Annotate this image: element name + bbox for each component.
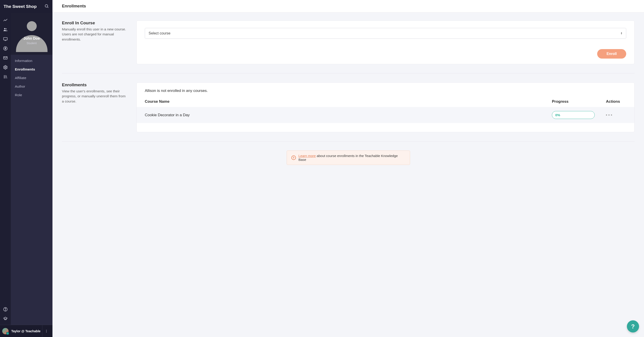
enrollments-desc: View the user's enrollments, see their p… [62, 89, 128, 104]
dots-icon [608, 114, 610, 116]
enrollments-list-section: Enrollments View the user's enrollments,… [62, 83, 634, 132]
dots-icon [611, 114, 612, 116]
svg-line-9 [6, 76, 7, 79]
main-header: Enrollments [52, 0, 644, 13]
select-arrows-icon: ▲▼ [620, 32, 622, 35]
app-title: The Sweet Shop [4, 4, 37, 9]
col-actions: Actions [606, 99, 626, 104]
nav-analytics-icon[interactable] [0, 15, 11, 25]
help-banner: ? Learn more about course enrollments in… [287, 150, 410, 165]
enrollments-heading: Enrollments [62, 83, 128, 87]
footer-avatar[interactable] [2, 328, 8, 334]
main-content: Enroll In Course Manually enroll this us… [52, 13, 644, 173]
svg-rect-2 [4, 38, 8, 40]
enroll-desc: Manually enroll this user in a new cours… [62, 27, 128, 42]
svg-point-11 [5, 310, 6, 310]
section-divider [62, 73, 634, 74]
sidebar-item-enrollments[interactable]: Enrollments [11, 65, 52, 74]
sidebar-item-information[interactable]: Information [11, 57, 52, 65]
sidebar-item-author[interactable]: Author [11, 82, 52, 91]
course-select[interactable]: Select course ▲▼ [145, 28, 626, 39]
table-row: Cookie Decorator in a Day 0% [137, 107, 634, 123]
svg-point-12 [45, 5, 48, 7]
dots-icon [606, 114, 607, 116]
empty-state-text: Allison is not enrolled in any courses. [137, 83, 634, 97]
teachable-badge-icon [6, 332, 9, 335]
sidebar-nav: Information Enrollments Affiliate Author… [11, 55, 52, 101]
table-header: Course Name Progress Actions [137, 97, 634, 107]
nav-site-icon[interactable] [0, 34, 11, 44]
nav-users-icon[interactable] [0, 25, 11, 34]
sidebar-item-affiliate[interactable]: Affiliate [11, 74, 52, 82]
floating-help-button[interactable]: ? [627, 320, 639, 332]
svg-point-15 [46, 331, 46, 331]
page-title: Enrollments [62, 4, 634, 9]
main-area: Enrollments Enroll In Course Manually en… [52, 0, 644, 337]
progress-value: 0% [555, 113, 560, 117]
svg-point-0 [4, 28, 6, 29]
help-learn-more-link[interactable]: Learn more [298, 154, 316, 158]
course-name-cell[interactable]: Cookie Decorator in a Day [145, 113, 552, 117]
svg-point-16 [46, 332, 46, 332]
enroll-heading: Enroll In Course [62, 21, 128, 26]
footer-user-name: Taylor @ Teachable [11, 329, 42, 333]
nav-school-icon[interactable] [0, 314, 11, 323]
svg-point-14 [46, 330, 46, 330]
enrollments-card: Allison is not enrolled in any courses. … [136, 83, 634, 132]
row-actions-menu[interactable] [606, 114, 626, 116]
nav-email-icon[interactable] [0, 53, 11, 63]
enroll-section: Enroll In Course Manually enroll this us… [62, 21, 634, 64]
avatar-placeholder [11, 17, 52, 52]
sidebar-item-role[interactable]: Role [11, 91, 52, 99]
user-name: John Doe [24, 37, 40, 41]
user-role: Student [26, 42, 37, 45]
sidebar: The Sweet Shop John Doe Student Informat… [11, 0, 52, 337]
course-select-placeholder: Select course [148, 31, 170, 35]
svg-line-13 [47, 7, 48, 8]
footer-bar: Taylor @ Teachable [0, 325, 52, 337]
footer-menu-icon[interactable] [42, 325, 50, 337]
col-course-name: Course Name [145, 99, 552, 104]
sidebar-header: The Sweet Shop [0, 0, 52, 13]
enroll-card: Select course ▲▼ Enroll [136, 21, 634, 64]
search-icon[interactable] [44, 4, 49, 9]
icon-rail [0, 0, 11, 337]
help-question-icon: ? [292, 155, 296, 160]
nav-help-icon[interactable] [0, 304, 11, 314]
nav-settings-icon[interactable] [0, 63, 11, 72]
col-progress: Progress [552, 99, 606, 104]
svg-point-6 [5, 67, 6, 68]
nav-library-icon[interactable] [0, 72, 11, 82]
svg-point-1 [6, 28, 7, 30]
enrollments-table: Course Name Progress Actions Cookie Deco… [137, 97, 634, 123]
progress-badge: 0% [552, 111, 595, 119]
enroll-button[interactable]: Enroll [597, 49, 626, 59]
nav-sales-icon[interactable] [0, 44, 11, 53]
user-card: John Doe Student [11, 13, 52, 55]
